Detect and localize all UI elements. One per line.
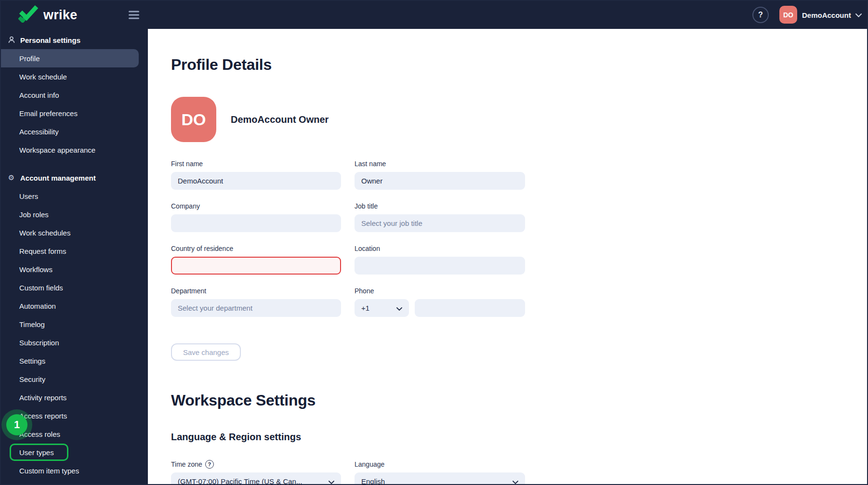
- sidebar-item-work-schedule[interactable]: Work schedule: [1, 67, 148, 86]
- company-field[interactable]: [171, 214, 341, 232]
- sidebar-item-security[interactable]: Security: [1, 370, 148, 388]
- job-title-label: Job title: [355, 202, 525, 210]
- company-label: Company: [171, 202, 341, 210]
- last-name-field[interactable]: Owner: [355, 172, 525, 190]
- job-title-field[interactable]: Select your job title: [355, 214, 525, 232]
- location-field[interactable]: [355, 257, 525, 275]
- language-region-title: Language & Region settings: [171, 432, 867, 443]
- country-field[interactable]: [171, 257, 341, 275]
- profile-avatar[interactable]: DO: [171, 97, 216, 142]
- chevron-down-icon: [855, 11, 862, 19]
- time-zone-label: Time zone ?: [171, 460, 341, 469]
- sidebar-item-account-info[interactable]: Account info: [1, 86, 148, 104]
- sidebar-item-timelog[interactable]: Timelog: [1, 315, 148, 333]
- sidebar-item-custom-fields[interactable]: Custom fields: [1, 278, 148, 297]
- section-personal-settings: Personal settings: [1, 31, 148, 49]
- phone-country-code-select[interactable]: +1: [355, 299, 409, 317]
- time-zone-select[interactable]: (GMT-07:00) Pacific Time (US & Can...: [171, 472, 341, 485]
- first-name-field[interactable]: DemoAccount: [171, 172, 341, 190]
- sidebar-item-email-preferences[interactable]: Email preferences: [1, 104, 148, 122]
- save-changes-button[interactable]: Save changes: [171, 343, 241, 361]
- profile-form: First name DemoAccount Last name Owner C…: [171, 159, 525, 361]
- time-zone-help-icon[interactable]: ?: [205, 460, 214, 469]
- language-label: Language: [355, 460, 525, 469]
- language-select[interactable]: English: [355, 472, 525, 485]
- profile-full-name: DemoAccount Owner: [231, 114, 329, 125]
- brand-text: wrike: [43, 8, 78, 23]
- person-icon: [7, 36, 15, 44]
- department-label: Department: [171, 287, 341, 295]
- gear-icon: ⚙: [7, 173, 15, 182]
- sidebar-item-accessibility[interactable]: Accessibility: [1, 122, 148, 141]
- sidebar-item-automation[interactable]: Automation: [1, 297, 148, 315]
- wrike-logo[interactable]: wrike: [18, 5, 78, 25]
- wrike-checkmark-icon: [18, 5, 39, 25]
- chevron-down-icon: [396, 304, 402, 312]
- question-mark-icon: ?: [758, 11, 763, 19]
- sidebar-item-profile[interactable]: Profile: [1, 49, 139, 67]
- sidebar-item-settings[interactable]: Settings: [1, 352, 148, 370]
- account-name: DemoAccount: [802, 11, 851, 19]
- profile-header: DO DemoAccount Owner: [171, 97, 867, 142]
- page-title: Profile Details: [171, 56, 867, 74]
- avatar[interactable]: DO: [779, 6, 797, 24]
- chevron-down-icon: [513, 477, 518, 485]
- phone-number-field[interactable]: [415, 299, 525, 317]
- department-select[interactable]: Select your department: [171, 299, 341, 317]
- sidebar-item-workflows[interactable]: Workflows: [1, 260, 148, 278]
- sidebar-item-work-schedules[interactable]: Work schedules: [1, 223, 148, 242]
- country-label: Country of residence: [171, 244, 341, 253]
- sidebar-item-users[interactable]: Users: [1, 187, 148, 205]
- workspace-settings-title: Workspace Settings: [171, 392, 867, 409]
- sidebar-item-job-roles[interactable]: Job roles: [1, 205, 148, 223]
- app-window: wrike ? DO DemoAccount Personal settings: [0, 0, 868, 485]
- chevron-down-icon: [329, 477, 334, 485]
- phone-label: Phone: [355, 287, 525, 295]
- settings-sidebar: Personal settings Profile Work schedule …: [1, 29, 148, 485]
- main-content: Profile Details DO DemoAccount Owner Fir…: [148, 29, 867, 484]
- account-menu[interactable]: DemoAccount: [802, 11, 862, 19]
- sidebar-item-subscription[interactable]: Subscription: [1, 333, 148, 352]
- sidebar-item-activity-reports[interactable]: Activity reports: [1, 388, 148, 406]
- last-name-label: Last name: [355, 159, 525, 168]
- hamburger-menu-icon[interactable]: [129, 11, 139, 19]
- sidebar-item-custom-item-types[interactable]: Custom item types: [1, 461, 148, 480]
- first-name-label: First name: [171, 159, 341, 168]
- top-bar: wrike ? DO DemoAccount: [1, 1, 867, 29]
- annotation-step-badge: 1: [6, 414, 27, 435]
- help-button[interactable]: ?: [752, 7, 769, 23]
- section-account-management: ⚙ Account management: [1, 169, 148, 187]
- location-label: Location: [355, 244, 525, 253]
- sidebar-item-request-forms[interactable]: Request forms: [1, 242, 148, 260]
- sidebar-item-workspace-appearance[interactable]: Workspace appearance: [1, 141, 148, 159]
- sidebar-item-user-types[interactable]: User types: [1, 443, 148, 461]
